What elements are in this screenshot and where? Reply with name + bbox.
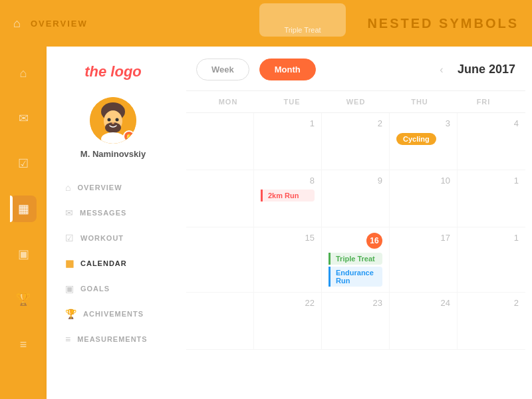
date-4: 4 xyxy=(464,118,519,128)
day-mon: MON xyxy=(196,91,260,112)
cal-cell-24: 24 xyxy=(390,293,458,349)
sidebar-icon-calendar[interactable]: ▦ xyxy=(10,196,37,222)
achievements-icon: 🏆 xyxy=(65,309,76,319)
date-25: 2 xyxy=(464,298,519,308)
event-2km-run[interactable]: 2km Run xyxy=(261,190,315,201)
topbar-title: OVERVIEW xyxy=(31,19,88,29)
cal-cell-empty-3 xyxy=(186,227,254,292)
date-8: 8 xyxy=(261,176,315,186)
topbar: ⌂ OVERVIEW 16 Triple Treat NESTED SYMBOL… xyxy=(0,0,532,47)
event-endurance-run[interactable]: Endurance Run xyxy=(329,267,382,287)
date-24: 24 xyxy=(396,298,450,308)
user-name: M. Naminovskiy xyxy=(80,149,146,159)
calendar-icon: ▦ xyxy=(65,258,74,269)
cal-cell-23: 23 xyxy=(322,293,390,349)
nav-item-goals[interactable]: ▣ GOALS xyxy=(60,277,166,301)
date-22: 22 xyxy=(261,298,315,308)
topbar-home-icon[interactable]: ⌂ xyxy=(13,17,21,31)
messages-icon: ✉ xyxy=(65,207,73,218)
cal-cell-10: 10 xyxy=(390,170,458,227)
goals-icon: ▣ xyxy=(65,283,74,294)
day-thu: THU xyxy=(388,91,452,112)
sidebar-icon-home[interactable]: ⌂ xyxy=(10,60,37,86)
cal-cell-25: 2 xyxy=(458,293,525,349)
date-11: 1 xyxy=(464,176,519,186)
date-16-today: 16 xyxy=(366,233,382,249)
cal-cell-4: 4 xyxy=(458,113,525,170)
cal-cell-11: 1 xyxy=(458,170,525,227)
svg-point-5 xyxy=(116,118,119,122)
topbar-search-label: Triple Treat xyxy=(284,26,321,34)
overview-icon: ⌂ xyxy=(65,182,70,193)
date-3: 3 xyxy=(396,118,450,128)
main-content: Week Month ‹ June 2017 MON TUE WED THU F… xyxy=(180,47,532,399)
event-triple-treat[interactable]: Triple Treat xyxy=(329,253,382,265)
active-indicator xyxy=(10,196,13,222)
nav-panel: the logo 🔔 xyxy=(47,47,180,399)
prev-month-button[interactable]: ‹ xyxy=(432,61,451,79)
cal-row-4: 22 23 24 2 xyxy=(186,293,525,350)
logo: the logo xyxy=(60,63,166,80)
cal-cell-15: 15 xyxy=(254,227,322,292)
cal-cell-8: 8 2km Run xyxy=(254,170,322,227)
date-23: 23 xyxy=(329,298,382,308)
event-cycling[interactable]: Cycling xyxy=(396,133,436,145)
sidebar-icon-achievements[interactable]: 🏆 xyxy=(10,286,37,313)
cal-cell-16: 16 Triple Treat Endurance Run xyxy=(322,227,390,292)
sidebar-icon-goals[interactable]: ▣ xyxy=(10,241,37,267)
workout-icon: ☑ xyxy=(65,233,74,243)
date-18: 1 xyxy=(464,233,519,243)
nav-item-workout[interactable]: ☑ WORKOUT xyxy=(60,226,166,250)
date-10: 10 xyxy=(396,176,450,186)
cal-cell-22: 22 xyxy=(254,293,322,349)
day-wed: WED xyxy=(324,91,388,112)
date-9: 9 xyxy=(329,176,382,186)
topbar-right-title: NESTED SYMBOLS xyxy=(367,16,519,31)
date-1: 1 xyxy=(261,118,315,128)
calendar-header: Week Month ‹ June 2017 xyxy=(180,47,532,90)
month-label: June 2017 xyxy=(458,63,515,76)
cal-cell-9: 9 xyxy=(322,170,390,227)
svg-point-6 xyxy=(112,122,114,124)
nav-item-overview[interactable]: ⌂ OVERVIEW xyxy=(60,176,166,200)
sidebar-icon-workout[interactable]: ☑ xyxy=(10,150,37,177)
nav-item-messages[interactable]: ✉ MESSAGES xyxy=(60,201,166,225)
sidebar-icon-measurements[interactable]: ≡ xyxy=(10,331,37,358)
days-header: MON TUE WED THU FRI xyxy=(186,90,525,113)
nav-item-calendar[interactable]: ▦ CALENDAR xyxy=(60,251,166,275)
nav-item-achievements[interactable]: 🏆 ACHIVEMENTS xyxy=(60,302,166,326)
cal-cell-empty-1 xyxy=(186,113,254,170)
cal-cell-17: 17 xyxy=(390,227,458,292)
calendar-nav: ‹ June 2017 xyxy=(432,61,515,79)
cal-cell-empty-4 xyxy=(186,293,254,349)
day-tue: TUE xyxy=(260,91,324,112)
user-avatar: 🔔 xyxy=(90,97,136,144)
tab-month[interactable]: Month xyxy=(259,59,316,80)
day-fri: FRI xyxy=(452,91,515,112)
cal-cell-18: 1 xyxy=(458,227,525,292)
measurements-icon: ≡ xyxy=(65,334,70,344)
nav-item-measurements[interactable]: ≡ MEASUREMENTS xyxy=(60,327,166,351)
icon-sidebar: ⌂ ✉ ☑ ▦ ▣ 🏆 ≡ xyxy=(0,47,47,399)
date-2: 2 xyxy=(329,118,382,128)
cal-cell-empty-2 xyxy=(186,170,254,227)
cal-cell-3: 3 Cycling xyxy=(390,113,458,170)
svg-point-4 xyxy=(108,118,111,122)
date-15: 15 xyxy=(261,233,315,243)
cal-cell-1: 1 xyxy=(254,113,322,170)
sidebar-icon-mail[interactable]: ✉ xyxy=(10,105,37,132)
tab-week[interactable]: Week xyxy=(196,59,249,80)
cal-row-2: 8 2km Run 9 10 1 xyxy=(186,170,525,227)
date-17: 17 xyxy=(396,233,450,243)
cal-row-3: 15 16 Triple Treat Endurance Run 17 1 xyxy=(186,227,525,293)
notification-badge: 🔔 xyxy=(123,130,135,142)
user-avatar-section: 🔔 M. Naminovskiy xyxy=(60,97,166,159)
calendar-grid: MON TUE WED THU FRI 1 2 3 Cycling 4 xyxy=(180,90,532,350)
topbar-search-area: 16 Triple Treat xyxy=(259,3,346,37)
cal-cell-2: 2 xyxy=(322,113,390,170)
cal-row-1: 1 2 3 Cycling 4 xyxy=(186,113,525,170)
